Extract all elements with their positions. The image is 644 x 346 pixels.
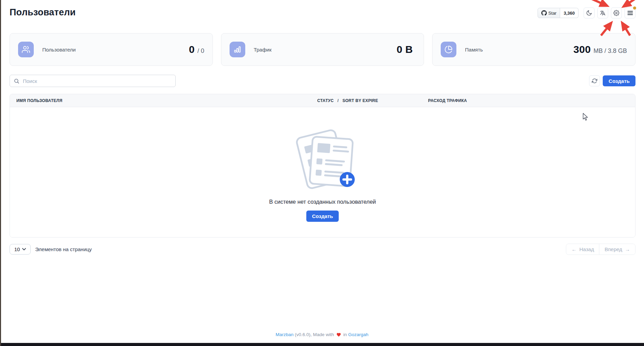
search-input[interactable]: [10, 75, 176, 87]
stat-value-main: 0: [189, 44, 195, 55]
users-icon: [18, 42, 34, 57]
footer-in-text: in: [343, 332, 347, 337]
pagination-row: 10 Элементов на страницу ← Назад Вперед …: [10, 244, 635, 255]
stat-value-main: 300: [573, 44, 591, 55]
stat-card-users: Пользователи 0 / 0: [10, 33, 213, 66]
documents-plus-illustration: [287, 124, 359, 190]
gear-icon: [613, 10, 619, 16]
left-arrow-icon: ←: [571, 246, 576, 252]
per-page-select[interactable]: 10: [10, 244, 31, 255]
users-table: ИМЯ ПОЛЬЗОВАТЕЛЯ СТАТУС / SORT BY EXPIRE…: [10, 94, 635, 237]
empty-state: В системе нет созданных пользователей Со…: [10, 107, 635, 222]
github-star-widget[interactable]: Star 3,360: [538, 8, 579, 18]
users-page: Пользователи Star 3,360: [0, 0, 644, 255]
stat-label: Память: [465, 47, 483, 53]
stat-value-suffix: / 0: [197, 47, 204, 55]
column-header-sort-by-expire[interactable]: SORT BY EXPIRE: [342, 98, 378, 103]
traffic-icon: [230, 42, 245, 57]
github-star-label: Star: [548, 11, 557, 16]
footer: Marzban (v0.6.0), Made with in Gozargah: [0, 332, 644, 337]
right-arrow-icon: →: [625, 246, 630, 252]
footer-brand-link[interactable]: Marzban: [276, 332, 294, 337]
memory-icon: [441, 42, 456, 57]
footer-org-link[interactable]: Gozargah: [348, 332, 368, 337]
stat-card-memory: Память 300 MB / 3.8 GB: [432, 33, 635, 66]
marzban-dashboard: Пользователи Star 3,360: [0, 0, 644, 346]
create-button[interactable]: Создать: [603, 75, 635, 86]
taskbar-strip: [0, 343, 644, 346]
moon-icon: [586, 10, 592, 16]
heart-icon: [336, 332, 341, 337]
empty-state-message: В системе нет созданных пользователей: [269, 199, 376, 205]
stat-value-main: 0 B: [397, 44, 413, 55]
search-icon: [14, 78, 19, 84]
stat-value: 300 MB / 3.8 GB: [573, 44, 627, 55]
stats-row: Пользователи 0 / 0 Трафик 0 B: [10, 33, 635, 66]
prev-page-button[interactable]: ← Назад: [566, 244, 599, 255]
page-header: Пользователи Star 3,360: [10, 7, 635, 26]
next-page-label: Вперед: [604, 246, 622, 252]
search-box: [10, 75, 176, 87]
column-header-traffic[interactable]: РАСХОД ТРАФИКА: [428, 98, 467, 103]
stat-value: 0 / 0: [189, 44, 204, 55]
pager-buttons: ← Назад Вперед →: [566, 244, 635, 255]
topbar-controls: Star 3,360: [538, 8, 635, 18]
github-icon: [541, 10, 547, 16]
stat-card-traffic: Трафик 0 B: [221, 33, 424, 66]
dark-mode-button[interactable]: [584, 8, 595, 18]
refresh-icon: [592, 78, 597, 84]
column-header-username[interactable]: ИМЯ ПОЛЬЗОВАТЕЛЯ: [16, 98, 62, 103]
stat-value-suffix: MB / 3.8 GB: [594, 47, 627, 55]
language-icon: [600, 10, 606, 16]
empty-state-create-button[interactable]: Создать: [306, 211, 339, 222]
toolbar: Создать: [10, 75, 635, 87]
table-body-empty: В системе нет созданных пользователей Со…: [10, 107, 635, 237]
hamburger-icon: [627, 11, 633, 15]
table-header-row: ИМЯ ПОЛЬЗОВАТЕЛЯ СТАТУС / SORT BY EXPIRE…: [10, 94, 635, 107]
per-page-control: 10 Элементов на страницу: [10, 244, 92, 255]
column-header-status-sort[interactable]: СТАТУС / SORT BY EXPIRE: [317, 98, 378, 103]
toolbar-actions: Создать: [589, 75, 635, 86]
menu-button[interactable]: [625, 8, 635, 18]
refresh-button[interactable]: [589, 75, 600, 86]
github-star-button[interactable]: Star: [538, 8, 560, 18]
github-star-count[interactable]: 3,360: [560, 8, 579, 18]
per-page-label: Элементов на страницу: [35, 246, 92, 252]
settings-button[interactable]: [611, 8, 622, 18]
next-page-button[interactable]: Вперед →: [599, 244, 635, 255]
footer-version-text: (v0.6.0), Made with: [295, 332, 334, 337]
chevron-down-icon: [22, 248, 26, 250]
column-header-separator: /: [337, 98, 339, 103]
column-header-status[interactable]: СТАТУС: [317, 98, 334, 103]
page-title: Пользователи: [10, 7, 76, 18]
per-page-value: 10: [14, 246, 20, 252]
stat-value: 0 B: [397, 44, 416, 55]
window-edge-strip: [0, 0, 1, 346]
stat-label: Пользователи: [42, 47, 76, 53]
stat-label: Трафик: [254, 47, 272, 53]
notification-dot: [633, 6, 636, 10]
language-button[interactable]: [597, 8, 608, 18]
prev-page-label: Назад: [579, 246, 594, 252]
